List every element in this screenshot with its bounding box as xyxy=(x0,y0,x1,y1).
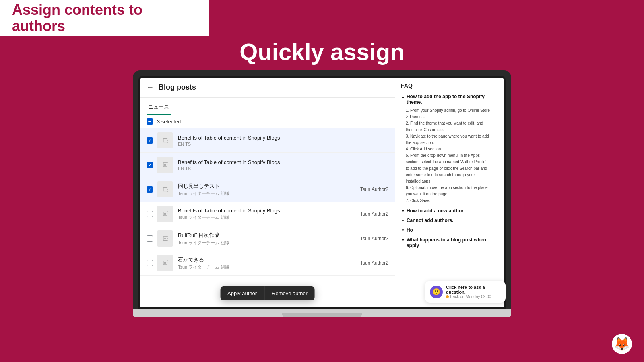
faq-item-1: ▼ How to add a new author. xyxy=(401,208,498,214)
chat-status-text: Back on Monday 09:00 xyxy=(450,294,491,299)
faq-question-1[interactable]: ▼ How to add a new author. xyxy=(401,208,498,214)
faq-question-3[interactable]: ▼ Ho xyxy=(401,227,498,233)
fox-icon: 🦊 xyxy=(612,334,632,354)
blog-panel-title: Blog posts xyxy=(159,83,196,92)
table-row: 🖼 Benefits of Table of content in Shopif… xyxy=(140,128,395,153)
laptop-screen: ← Blog posts ニュース 3 selected xyxy=(140,78,504,307)
laptop-bezel: ← Blog posts ニュース 3 selected xyxy=(138,76,506,309)
faq-question-text-0: How to add the app to the Shopify theme. xyxy=(407,94,498,105)
faq-item-4: ▼ What happens to a blog post when apply xyxy=(401,237,498,248)
item-checkbox-5[interactable] xyxy=(147,235,153,242)
faq-item-0: ▲ How to add the app to the Shopify them… xyxy=(401,94,498,204)
chat-text: Click here to ask a question. Back on Mo… xyxy=(446,285,501,299)
faq-item-3: ▼ Ho xyxy=(401,227,498,233)
quickly-assign-heading: Quickly assign xyxy=(0,38,644,65)
item-title-1: Benefits of Table of content in Shopify … xyxy=(178,135,388,141)
back-arrow-icon[interactable]: ← xyxy=(147,83,154,92)
tab-news[interactable]: ニュース xyxy=(147,101,171,115)
table-row: 🖼 Benefits of Table of content in Shopif… xyxy=(140,202,395,226)
chat-widget[interactable]: 🙂 Click here to ask a question. Back on … xyxy=(425,281,504,303)
item-checkbox-3[interactable] xyxy=(147,186,153,193)
faq-question-2[interactable]: ▼ Cannot add authors. xyxy=(401,218,498,223)
item-info-6: 石ができる Tsun ライターチーム 組織 xyxy=(178,256,360,270)
chat-avatar: 🙂 xyxy=(430,286,443,298)
item-thumbnail-1: 🖼 xyxy=(157,132,173,148)
item-meta-1: EN TS xyxy=(178,142,388,146)
faq-question-4[interactable]: ▼ What happens to a blog post when apply xyxy=(401,237,498,248)
faq-arrow-3: ▼ xyxy=(401,228,405,232)
faq-arrow-1: ▼ xyxy=(401,209,405,213)
item-author-3: Tsun Author2 xyxy=(360,187,388,192)
selected-count: 3 selected xyxy=(157,119,181,125)
item-meta-2: EN TS xyxy=(178,166,388,171)
table-row: 🖼 同じ見出しテスト Tsun ライターチーム 組織 Tsun Author2 xyxy=(140,177,395,202)
faq-panel: FAQ ▲ How to add the app to the Shopify … xyxy=(395,78,504,307)
item-title-5: RuffRuff 目次作成 xyxy=(178,232,360,239)
faq-question-text-2: Cannot add authors. xyxy=(407,218,454,223)
table-row: 🖼 RuffRuff 目次作成 Tsun ライターチーム 組織 Tsun Aut… xyxy=(140,226,395,251)
item-thumbnail-4: 🖼 xyxy=(157,206,173,222)
faq-arrow-4: ▼ xyxy=(401,238,405,242)
item-meta-3: Tsun ライターチーム 組織 xyxy=(178,191,360,197)
item-checkbox-2[interactable] xyxy=(147,162,153,168)
item-author-4: Tsun Author2 xyxy=(360,211,388,217)
faq-title: FAQ xyxy=(401,82,498,89)
item-meta-4: Tsun ライターチーム 組織 xyxy=(178,214,360,220)
item-info-3: 同じ見出しテスト Tsun ライターチーム 組織 xyxy=(178,183,360,197)
laptop-base xyxy=(133,309,511,317)
item-author-6: Tsun Author2 xyxy=(360,260,388,266)
faq-item-2: ▼ Cannot add authors. xyxy=(401,218,498,223)
action-tooltip: Apply author Remove author xyxy=(220,286,315,300)
faq-arrow-2: ▼ xyxy=(401,218,405,223)
item-title-2: Benefits of Table of content in Shopify … xyxy=(178,159,388,165)
blog-header: ← Blog posts xyxy=(140,78,395,98)
center-heading: Quickly assign xyxy=(0,38,644,65)
item-title-6: 石ができる xyxy=(178,256,360,263)
faq-arrow-0: ▲ xyxy=(401,95,405,99)
blog-list: 🖼 Benefits of Table of content in Shopif… xyxy=(140,128,395,307)
table-row: 🖼 石ができる Tsun ライターチーム 組織 Tsun Author2 xyxy=(140,251,395,276)
item-thumbnail-6: 🖼 xyxy=(157,255,173,271)
faq-question-text-3: Ho xyxy=(407,227,413,233)
item-info-1: Benefits of Table of content in Shopify … xyxy=(178,135,388,146)
item-info-5: RuffRuff 目次作成 Tsun ライターチーム 組織 xyxy=(178,232,360,246)
screen-content: ← Blog posts ニュース 3 selected xyxy=(140,78,504,307)
chat-widget-title: Click here to ask a question. xyxy=(446,285,501,294)
item-checkbox-6[interactable] xyxy=(147,260,153,266)
laptop-shell: ← Blog posts ニュース 3 selected xyxy=(133,70,511,309)
blog-panel: ← Blog posts ニュース 3 selected xyxy=(140,78,395,307)
item-thumbnail-3: 🖼 xyxy=(157,181,173,197)
faq-answer-0: 1. From your Shopify admin, go to Online… xyxy=(401,107,498,204)
select-all-checkbox[interactable] xyxy=(147,118,153,125)
item-info-2: Benefits of Table of content in Shopify … xyxy=(178,159,388,171)
selection-bar: 3 selected xyxy=(140,115,395,128)
item-title-4: Benefits of Table of content in Shopify … xyxy=(178,208,360,214)
item-meta-6: Tsun ライターチーム 組織 xyxy=(178,264,360,270)
apply-author-button[interactable]: Apply author xyxy=(220,286,264,300)
remove-author-button[interactable]: Remove author xyxy=(264,286,315,300)
item-checkbox-1[interactable] xyxy=(147,137,153,144)
faq-question-text-4: What happens to a blog post when apply xyxy=(407,237,498,248)
item-author-5: Tsun Author2 xyxy=(360,236,388,241)
item-meta-5: Tsun ライターチーム 組織 xyxy=(178,240,360,246)
faq-question-text-1: How to add a new author. xyxy=(407,208,465,214)
blog-tabs: ニュース xyxy=(140,98,395,115)
chat-widget-status: Back on Monday 09:00 xyxy=(446,294,501,299)
item-title-3: 同じ見出しテスト xyxy=(178,183,360,190)
page-title: Assign contents to authors xyxy=(12,2,197,34)
title-banner: Assign contents to authors xyxy=(0,0,209,36)
status-dot-icon xyxy=(446,295,449,298)
item-checkbox-4[interactable] xyxy=(147,211,153,217)
laptop-wrapper: ← Blog posts ニュース 3 selected xyxy=(133,70,511,317)
faq-question-0[interactable]: ▲ How to add the app to the Shopify them… xyxy=(401,94,498,105)
item-thumbnail-5: 🖼 xyxy=(157,230,173,247)
item-info-4: Benefits of Table of content in Shopify … xyxy=(178,208,360,220)
item-thumbnail-2: 🖼 xyxy=(157,157,173,173)
table-row: 🖼 Benefits of Table of content in Shopif… xyxy=(140,153,395,177)
